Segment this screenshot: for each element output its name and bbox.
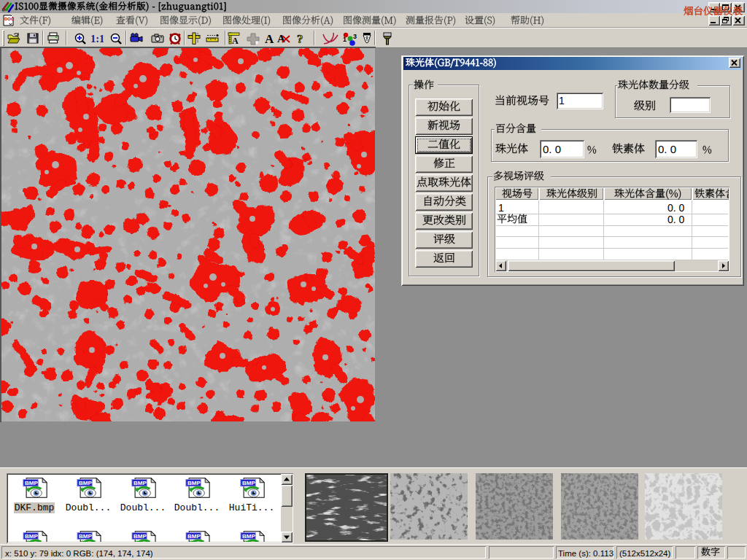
svg-text:1: 1 <box>343 36 347 43</box>
svg-text:BMP: BMP <box>187 533 201 540</box>
svg-text:BMP: BMP <box>242 533 255 540</box>
svg-text:BMP: BMP <box>133 480 147 486</box>
svg-text:A: A <box>265 32 274 45</box>
svg-text:BMP: BMP <box>25 480 39 486</box>
svg-text:BMP: BMP <box>242 480 256 486</box>
svg-text:A: A <box>277 33 285 44</box>
svg-text:3: 3 <box>353 33 357 40</box>
svg-text:BMP: BMP <box>133 533 147 540</box>
svg-text:A: A <box>232 36 239 45</box>
svg-text:?: ? <box>297 32 303 45</box>
svg-text:DOC: DOC <box>4 17 14 21</box>
svg-text:BMP: BMP <box>25 533 38 540</box>
svg-text:1:1: 1:1 <box>90 33 104 44</box>
svg-text:BMP: BMP <box>187 480 201 486</box>
svg-text:BMP: BMP <box>79 480 93 486</box>
svg-text:BMP: BMP <box>79 533 92 540</box>
